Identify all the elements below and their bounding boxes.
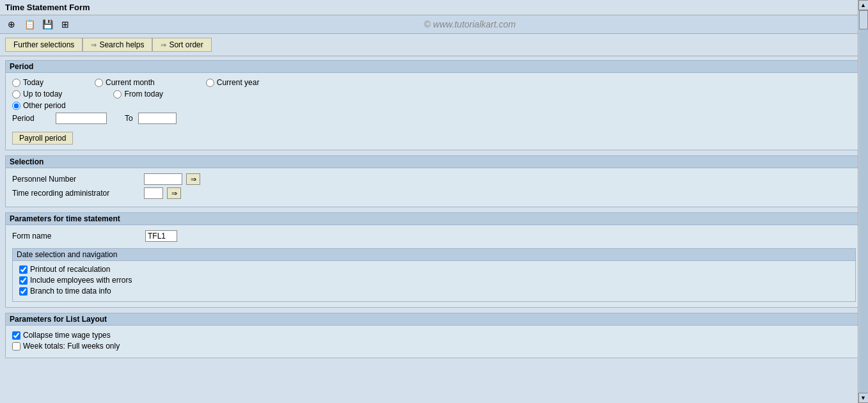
scrollbar: ▲ ▼ bbox=[858, 0, 868, 402]
form-name-row: Form name bbox=[12, 230, 856, 242]
save-icon[interactable]: 📋 bbox=[23, 18, 36, 31]
time-recording-row: Time recording administrator ⇒ bbox=[12, 187, 856, 199]
selection-section: Selection Personnel Number ⇒ Time record… bbox=[5, 155, 863, 207]
tab-sort-order[interactable]: ⇒ Sort order bbox=[152, 38, 211, 52]
period-from-to-row: Period To bbox=[12, 113, 856, 124]
command-icon[interactable]: ⊞ bbox=[59, 18, 72, 31]
radio-today-label: Today bbox=[23, 78, 43, 87]
period-from-input[interactable] bbox=[56, 113, 107, 124]
period-to-label: To bbox=[125, 114, 133, 123]
collapse-time-wage-label: Collapse time wage types bbox=[23, 331, 111, 340]
radio-up-to-today-input[interactable] bbox=[12, 90, 20, 99]
tab-search-helps[interactable]: ⇒ Search helps bbox=[83, 38, 152, 52]
branch-time-data-checkbox[interactable] bbox=[19, 287, 28, 296]
tab-bar: Further selections ⇒ Search helps ⇒ Sort… bbox=[0, 34, 868, 56]
week-totals-label: Week totals: Full weeks only bbox=[23, 342, 120, 351]
main-content: Period Today Current month Current year bbox=[0, 56, 868, 402]
period-radio-row2: Up to today From today bbox=[12, 90, 856, 99]
scroll-up-button[interactable]: ▲ bbox=[858, 0, 869, 10]
list-layout-section-header: Parameters for List Layout bbox=[6, 313, 862, 326]
include-employees-checkbox[interactable] bbox=[19, 276, 28, 285]
further-selections-label: Further selections bbox=[13, 40, 74, 49]
radio-today: Today bbox=[12, 78, 43, 87]
radio-current-year-input[interactable] bbox=[206, 79, 214, 87]
selection-section-header: Selection bbox=[6, 156, 862, 168]
printout-recalculation-label: Printout of recalculation bbox=[30, 265, 110, 274]
radio-current-month: Current month bbox=[95, 78, 155, 87]
include-employees-label: Include employees with errors bbox=[30, 276, 132, 285]
collapse-time-wage-checkbox[interactable] bbox=[12, 331, 20, 340]
branch-time-data-label: Branch to time data info bbox=[30, 287, 111, 296]
date-nav-section: Date selection and navigation Printout o… bbox=[12, 248, 856, 302]
search-helps-arrow-icon: ⇒ bbox=[91, 41, 97, 49]
collapse-time-wage-row: Collapse time wage types bbox=[12, 331, 856, 340]
printout-recalculation-row: Printout of recalculation bbox=[19, 265, 849, 274]
period-section: Period Today Current month Current year bbox=[5, 60, 863, 150]
sort-order-arrow-icon: ⇒ bbox=[161, 41, 166, 49]
date-nav-section-body: Printout of recalculation Include employ… bbox=[13, 261, 855, 301]
toolbar: ⊕ 📋 💾 ⊞ © www.tutorialkart.com bbox=[0, 15, 868, 34]
radio-today-input[interactable] bbox=[12, 79, 20, 87]
radio-from-today-input[interactable] bbox=[113, 90, 122, 99]
date-nav-section-header: Date selection and navigation bbox=[13, 249, 855, 261]
params-time-statement-section: Parameters for time statement Form name … bbox=[5, 212, 863, 308]
time-recording-search-btn[interactable]: ⇒ bbox=[167, 187, 181, 199]
scroll-down-button[interactable]: ▼ bbox=[858, 393, 869, 402]
personnel-number-row: Personnel Number ⇒ bbox=[12, 173, 856, 185]
radio-other-period: Other period bbox=[12, 101, 66, 110]
time-recording-input[interactable] bbox=[144, 187, 163, 199]
payroll-period-button[interactable]: Payroll period bbox=[12, 132, 73, 145]
scroll-thumb[interactable] bbox=[859, 10, 868, 29]
tab-further-selections[interactable]: Further selections bbox=[5, 38, 83, 52]
sort-order-label: Sort order bbox=[169, 40, 203, 49]
radio-from-today-label: From today bbox=[124, 90, 163, 99]
radio-up-to-today: Up to today bbox=[12, 90, 62, 99]
params-time-statement-body: Form name Date selection and navigation … bbox=[6, 225, 862, 307]
include-employees-row: Include employees with errors bbox=[19, 276, 849, 285]
radio-from-today: From today bbox=[113, 90, 163, 99]
period-radio-row1: Today Current month Current year bbox=[12, 78, 856, 87]
radio-other-period-label: Other period bbox=[23, 101, 66, 110]
radio-up-to-today-label: Up to today bbox=[23, 90, 62, 99]
local-file-icon[interactable]: 💾 bbox=[41, 18, 54, 31]
week-totals-row: Week totals: Full weeks only bbox=[12, 342, 856, 351]
radio-current-month-input[interactable] bbox=[95, 79, 103, 87]
period-radio-row3: Other period bbox=[12, 101, 856, 110]
radio-current-year: Current year bbox=[206, 78, 260, 87]
selection-section-body: Personnel Number ⇒ Time recording admini… bbox=[6, 168, 862, 207]
period-from-label: Period bbox=[12, 114, 51, 123]
printout-recalculation-checkbox[interactable] bbox=[19, 265, 28, 274]
radio-current-year-label: Current year bbox=[217, 78, 260, 87]
radio-current-month-label: Current month bbox=[106, 78, 155, 87]
navigation-icon[interactable]: ⊕ bbox=[5, 18, 18, 31]
form-name-label: Form name bbox=[12, 232, 140, 241]
time-recording-label: Time recording administrator bbox=[12, 189, 140, 198]
period-section-header: Period bbox=[6, 61, 862, 73]
watermark-text: © www.tutorialkart.com bbox=[77, 19, 863, 29]
list-layout-section-body: Collapse time wage types Week totals: Fu… bbox=[6, 326, 862, 358]
list-layout-section: Parameters for List Layout Collapse time… bbox=[5, 313, 863, 358]
week-totals-checkbox[interactable] bbox=[12, 342, 20, 351]
search-helps-label: Search helps bbox=[99, 40, 144, 49]
page-title: Time Statement Form bbox=[5, 3, 90, 12]
period-to-input[interactable] bbox=[138, 113, 177, 124]
personnel-number-input[interactable] bbox=[144, 173, 182, 185]
form-name-input[interactable] bbox=[145, 230, 177, 242]
personnel-number-search-btn[interactable]: ⇒ bbox=[186, 173, 200, 185]
period-section-body: Today Current month Current year Up to t… bbox=[6, 73, 862, 150]
params-time-statement-header: Parameters for time statement bbox=[6, 213, 862, 225]
scroll-track bbox=[859, 10, 868, 393]
branch-time-data-row: Branch to time data info bbox=[19, 287, 849, 296]
title-bar: Time Statement Form bbox=[0, 0, 868, 15]
personnel-number-label: Personnel Number bbox=[12, 175, 140, 184]
radio-other-period-input[interactable] bbox=[12, 102, 20, 110]
